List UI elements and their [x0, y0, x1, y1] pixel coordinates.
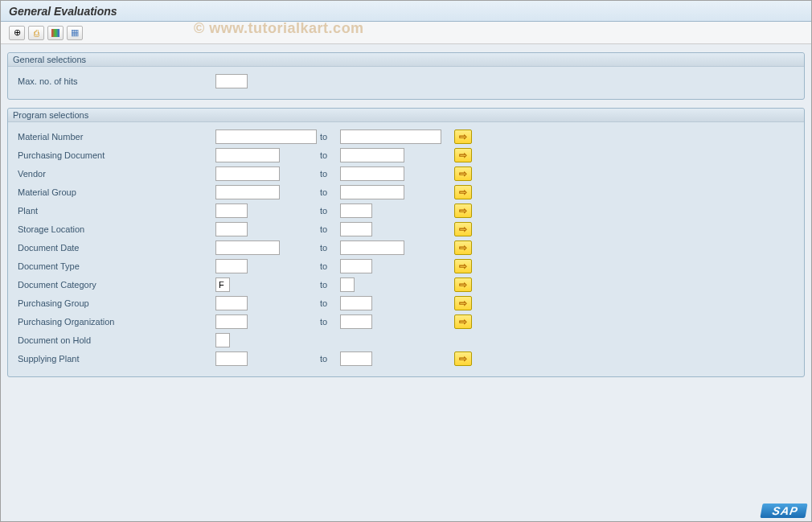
plant-label: Plant: [14, 206, 215, 216]
vendor-row: Vendor to ⇨: [14, 165, 798, 183]
arrow-right-icon: ⇨: [459, 131, 467, 142]
document-type-row: Document Type to ⇨: [14, 257, 798, 275]
storage-location-multi-button[interactable]: ⇨: [454, 222, 472, 236]
arrow-right-icon: ⇨: [459, 279, 467, 290]
document-type-multi-button[interactable]: ⇨: [454, 259, 472, 273]
program-selections-header: Program selections: [8, 109, 804, 122]
purchasing-organization-multi-button[interactable]: ⇨: [454, 314, 472, 329]
material-group-multi-button[interactable]: ⇨: [454, 185, 472, 199]
program-selections-group: Program selections Material Number to ⇨ …: [7, 108, 805, 377]
document-date-to-input[interactable]: [340, 240, 404, 255]
variant-button[interactable]: ⎙: [28, 26, 44, 40]
arrow-right-icon: ⇨: [459, 242, 467, 253]
arrow-right-icon: ⇨: [459, 298, 467, 309]
execute-button[interactable]: ⊕: [9, 26, 25, 40]
supplying-plant-to-input[interactable]: [340, 351, 372, 366]
document-date-from-input[interactable]: [215, 240, 280, 255]
purchasing-document-row: Purchasing Document to ⇨: [14, 146, 798, 164]
to-label: to: [320, 206, 340, 216]
purchasing-group-row: Purchasing Group to ⇨: [14, 294, 798, 312]
document-date-multi-button[interactable]: ⇨: [454, 240, 472, 255]
material-number-row: Material Number to ⇨: [14, 128, 798, 146]
document-date-row: Document Date to ⇨: [14, 239, 798, 257]
material-group-label: Material Group: [14, 187, 215, 197]
to-label: to: [320, 280, 340, 290]
purchasing-organization-to-input[interactable]: [340, 314, 372, 329]
plant-multi-button[interactable]: ⇨: [454, 203, 472, 218]
selection-button[interactable]: ▦: [67, 26, 83, 40]
material-number-to-input[interactable]: [340, 129, 441, 144]
storage-location-label: Storage Location: [14, 224, 215, 234]
purchasing-document-to-input[interactable]: [340, 148, 404, 162]
material-number-multi-button[interactable]: ⇨: [454, 129, 472, 144]
to-label: to: [320, 169, 340, 179]
document-on-hold-label: Document on Hold: [14, 335, 215, 345]
vendor-from-input[interactable]: [215, 166, 280, 181]
to-label: to: [320, 187, 340, 197]
purchasing-group-to-input[interactable]: [340, 296, 372, 310]
color-icon: [51, 29, 59, 37]
purchasing-document-label: Purchasing Document: [14, 150, 215, 160]
storage-location-row: Storage Location to ⇨: [14, 220, 798, 238]
vendor-multi-button[interactable]: ⇨: [454, 166, 472, 181]
purchasing-document-multi-button[interactable]: ⇨: [454, 148, 472, 162]
arrow-right-icon: ⇨: [459, 187, 467, 198]
arrow-right-icon: ⇨: [459, 316, 467, 327]
arrow-right-icon: ⇨: [459, 168, 467, 179]
purchasing-group-multi-button[interactable]: ⇨: [454, 296, 472, 310]
supplying-plant-from-input[interactable]: [215, 351, 248, 366]
to-label: to: [320, 243, 340, 253]
plant-from-input[interactable]: [215, 203, 248, 218]
title-bar: General Evaluations: [1, 1, 811, 22]
storage-location-from-input[interactable]: [215, 222, 248, 236]
document-category-label: Document Category: [14, 280, 215, 290]
max-hits-row: Max. no. of hits: [14, 72, 798, 90]
document-category-to-input[interactable]: [340, 277, 355, 292]
supplying-plant-row: Supplying Plant to ⇨: [14, 350, 798, 368]
material-group-from-input[interactable]: [215, 185, 280, 199]
material-number-label: Material Number: [14, 132, 215, 142]
document-category-multi-button[interactable]: ⇨: [454, 277, 472, 292]
document-category-from-input[interactable]: [215, 277, 230, 292]
general-selections-group: General selections Max. no. of hits: [7, 52, 805, 100]
storage-location-to-input[interactable]: [340, 222, 372, 236]
purchasing-document-from-input[interactable]: [215, 148, 280, 162]
to-label: to: [320, 224, 340, 234]
document-type-from-input[interactable]: [215, 259, 248, 273]
to-label: to: [320, 150, 340, 160]
arrow-right-icon: ⇨: [459, 353, 467, 364]
watermark: © www.tutorialkart.com: [194, 20, 364, 37]
document-date-label: Document Date: [14, 243, 215, 253]
purchasing-organization-label: Purchasing Organization: [14, 317, 215, 327]
to-label: to: [320, 317, 340, 327]
vendor-to-input[interactable]: [340, 166, 404, 181]
variant-icon: ⎙: [34, 28, 39, 38]
to-label: to: [320, 261, 340, 271]
supplying-plant-label: Supplying Plant: [14, 354, 215, 364]
purchasing-group-from-input[interactable]: [215, 296, 248, 310]
max-hits-label: Max. no. of hits: [14, 76, 215, 86]
purchasing-group-label: Purchasing Group: [14, 298, 215, 308]
material-group-to-input[interactable]: [340, 185, 404, 199]
execute-icon: ⊕: [14, 27, 21, 38]
plant-to-input[interactable]: [340, 203, 372, 218]
plant-row: Plant to ⇨: [14, 202, 798, 220]
supplying-plant-multi-button[interactable]: ⇨: [454, 351, 472, 366]
to-label: to: [320, 132, 340, 142]
content-area: General selections Max. no. of hits Prog…: [1, 44, 811, 521]
purchasing-organization-from-input[interactable]: [215, 314, 248, 329]
document-type-to-input[interactable]: [340, 259, 372, 273]
arrow-right-icon: ⇨: [459, 224, 467, 235]
toolbar: ⊕ ⎙ ▦ © www.tutorialkart.com: [1, 22, 811, 44]
sap-logo: SAP: [761, 504, 808, 518]
general-selections-header: General selections: [8, 53, 804, 67]
selection-icon: ▦: [71, 27, 79, 38]
max-hits-input[interactable]: [215, 74, 248, 88]
document-category-row: Document Category to ⇨: [14, 276, 798, 294]
document-on-hold-input[interactable]: [215, 333, 230, 347]
arrow-right-icon: ⇨: [459, 150, 467, 161]
material-number-from-input[interactable]: [215, 129, 317, 144]
material-group-row: Material Group to ⇨: [14, 183, 798, 201]
color-legend-button[interactable]: [47, 26, 64, 40]
document-type-label: Document Type: [14, 261, 215, 271]
